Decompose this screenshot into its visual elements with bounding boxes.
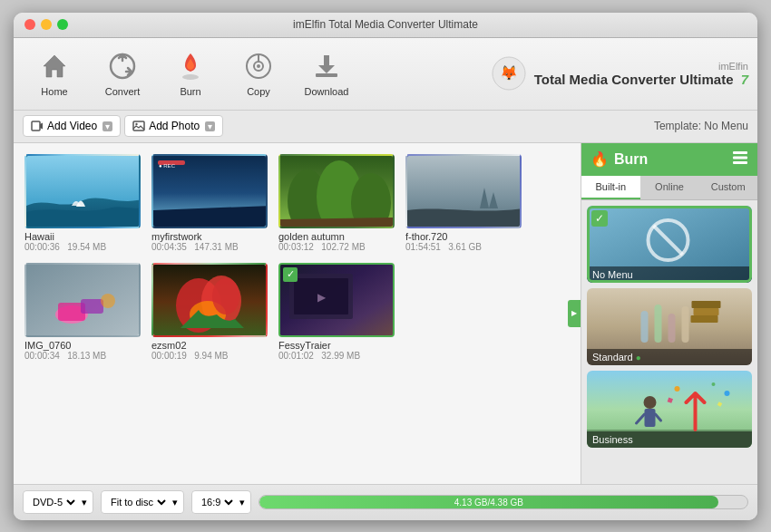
tab-custom[interactable]: Custom xyxy=(698,176,757,199)
media-name-goldenautumn: golden autumn xyxy=(278,231,395,242)
progress-bar-fill: 4.13 GB/4.38 GB xyxy=(259,496,718,508)
close-button[interactable] xyxy=(24,19,35,30)
tab-online[interactable]: Online xyxy=(640,176,699,199)
burn-panel-header: 🔥 Burn xyxy=(581,143,757,176)
media-name-img0760: IMG_0760 xyxy=(24,340,141,351)
ratio-option[interactable]: 16:9 4:3 xyxy=(198,496,236,508)
home-icon xyxy=(38,50,71,82)
burn-panel: 🔥 Burn Built-in Online Custom xyxy=(581,143,757,484)
media-info-ezsm02: ezsm02 00:00:19 9.94 MB xyxy=(151,340,268,361)
fit-option[interactable]: Fit to disc Custom xyxy=(107,496,169,508)
media-name-hawaii: Hawaii xyxy=(24,231,141,242)
media-name-fessytraier: FessyTraier xyxy=(278,340,395,351)
media-item-fthor[interactable]: f-thor.720 01:54:51 3.61 GB xyxy=(405,154,522,252)
svg-rect-6 xyxy=(316,73,337,77)
title-bar: imElfin Total Media Converter Ultimate xyxy=(14,13,757,38)
template-business[interactable]: Business xyxy=(587,371,752,448)
template-label: Template: No Menu xyxy=(654,120,748,132)
svg-point-12 xyxy=(135,123,137,125)
media-item-fessytraier[interactable]: ✓ xyxy=(278,263,395,361)
svg-rect-10 xyxy=(32,121,40,131)
svg-text:● REC: ● REC xyxy=(159,163,176,169)
template-check-nomenu: ✓ xyxy=(591,210,608,227)
media-thumb-goldenautumn xyxy=(278,154,395,228)
copy-label: Copy xyxy=(247,86,270,97)
media-item-goldenautumn[interactable]: golden autumn 00:03:12 102.72 MB xyxy=(278,154,395,252)
svg-point-1 xyxy=(182,74,199,80)
burn-panel-icon xyxy=(732,150,748,169)
panel-scroll-handle[interactable] xyxy=(568,300,581,327)
home-button[interactable]: Home xyxy=(23,44,86,103)
media-info-fthor: f-thor.720 01:54:51 3.61 GB xyxy=(405,231,522,252)
media-info-goldenautumn: golden autumn 00:03:12 102.72 MB xyxy=(278,231,395,252)
minimize-button[interactable] xyxy=(41,19,52,30)
add-video-button[interactable]: Add Video ▾ xyxy=(23,115,121,137)
svg-line-41 xyxy=(654,226,683,255)
maximize-button[interactable] xyxy=(57,19,68,30)
ratio-dropdown-arrow: ▾ xyxy=(239,497,245,508)
add-photo-button[interactable]: Add Photo ▾ xyxy=(124,115,223,137)
svg-rect-49 xyxy=(692,301,721,308)
sub-toolbar: Add Video ▾ Add Photo ▾ Template: No Men… xyxy=(14,111,757,143)
media-info-hawaii: Hawaii 00:00:36 19.54 MB xyxy=(24,231,141,252)
brand-product: Total Media Converter Ultimate 7 xyxy=(534,72,748,87)
template-label-nomenu: No Menu xyxy=(587,266,752,283)
media-row-1: Hawaii 00:00:36 19.54 MB xyxy=(24,154,570,252)
media-info-img0760: IMG_0760 00:00:34 18.13 MB xyxy=(24,340,141,361)
copy-icon xyxy=(242,50,275,82)
copy-button[interactable]: Copy xyxy=(227,44,290,103)
disc-type-select[interactable]: DVD-5 DVD-9 BD-25 ▾ xyxy=(23,490,93,514)
svg-rect-45 xyxy=(669,314,676,343)
toolbar: Home Convert xyxy=(14,38,757,111)
template-nomenu[interactable]: ✓ No Menu xyxy=(587,206,752,283)
svg-point-51 xyxy=(644,396,657,409)
window-title: imElfin Total Media Converter Ultimate xyxy=(293,18,478,31)
main-content: Hawaii 00:00:36 19.54 MB xyxy=(14,143,757,484)
svg-rect-47 xyxy=(691,315,718,323)
svg-rect-48 xyxy=(694,308,719,315)
video-icon xyxy=(31,120,44,132)
tab-builtin[interactable]: Built-in xyxy=(581,176,640,199)
burn-flame-icon: 🔥 xyxy=(590,150,609,168)
media-name-fthor: f-thor.720 xyxy=(405,231,522,242)
disc-dropdown-arrow: ▾ xyxy=(82,497,87,508)
burn-tabs: Built-in Online Custom xyxy=(581,176,757,200)
ratio-select[interactable]: 16:9 4:3 ▾ xyxy=(191,490,251,514)
fit-dropdown-arrow: ▾ xyxy=(172,497,178,508)
svg-rect-36 xyxy=(733,151,747,154)
disc-type-option[interactable]: DVD-5 DVD-9 BD-25 xyxy=(29,496,78,508)
media-item-myfirstwork[interactable]: ● REC myfirstwork 00:04:35 147.31 MB xyxy=(151,154,268,252)
fit-select[interactable]: Fit to disc Custom ▾ xyxy=(101,490,184,514)
add-photo-dropdown[interactable]: ▾ xyxy=(205,121,215,131)
media-item-img0760[interactable]: IMG_0760 00:00:34 18.13 MB xyxy=(24,263,141,361)
add-video-dropdown[interactable]: ▾ xyxy=(102,121,112,131)
svg-rect-46 xyxy=(682,306,689,343)
media-item-ezsm02[interactable]: ezsm02 00:00:19 9.94 MB xyxy=(151,263,268,361)
template-standard[interactable]: Standard ● xyxy=(587,288,752,365)
svg-rect-37 xyxy=(733,156,747,159)
toolbar-buttons: Home Convert xyxy=(23,44,358,103)
selected-check: ✓ xyxy=(283,267,298,282)
media-name-myfirstwork: myfirstwork xyxy=(151,231,268,242)
media-row-2: IMG_0760 00:00:34 18.13 MB xyxy=(24,263,570,361)
media-meta-img0760: 00:00:34 18.13 MB xyxy=(24,351,141,361)
brand-area: 🦊 imElfin Total Media Converter Ultimate… xyxy=(491,55,748,92)
convert-button[interactable]: Convert xyxy=(91,44,154,103)
convert-label: Convert xyxy=(105,86,141,97)
svg-point-56 xyxy=(712,382,716,386)
burn-button[interactable]: Burn xyxy=(159,44,222,103)
svg-rect-52 xyxy=(645,409,656,427)
svg-point-26 xyxy=(101,294,115,308)
main-window: imElfin Total Media Converter Ultimate H… xyxy=(14,13,757,520)
svg-point-4 xyxy=(257,64,260,68)
svg-text:▶: ▶ xyxy=(317,291,327,304)
svg-rect-25 xyxy=(81,299,103,314)
download-icon xyxy=(310,50,343,82)
progress-text: 4.13 GB/4.38 GB xyxy=(454,498,523,508)
media-meta-goldenautumn: 00:03:12 102.72 MB xyxy=(278,242,395,252)
template-label-standard: Standard ● xyxy=(587,349,752,365)
media-item-hawaii[interactable]: Hawaii 00:00:36 19.54 MB xyxy=(24,154,141,252)
media-meta-fthor: 01:54:51 3.61 GB xyxy=(405,242,522,252)
download-button[interactable]: Download xyxy=(295,44,358,103)
convert-icon xyxy=(106,50,139,82)
